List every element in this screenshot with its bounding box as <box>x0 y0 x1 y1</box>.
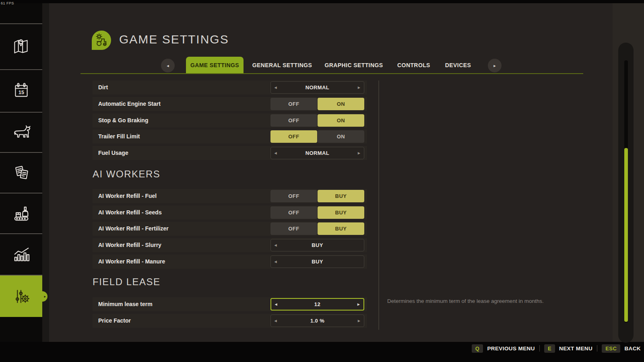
settings-row: Fuel Usage ◂ NORMAL ▸ <box>93 146 367 160</box>
setting-label: Price Factor <box>98 314 131 328</box>
toggle-buy-button[interactable]: BUY <box>318 190 364 202</box>
arrow-left-icon[interactable]: ◂ <box>275 315 277 327</box>
sidebar-item-contracts[interactable] <box>0 152 42 192</box>
setting-tooltip: Determines the minimum term of the lease… <box>387 298 613 304</box>
ai-refill-fertilizer-toggle: OFF BUY <box>270 222 364 235</box>
toggle-buy-button[interactable]: BUY <box>318 206 364 219</box>
arrow-left-icon[interactable]: ◂ <box>275 299 277 310</box>
active-tab-bump <box>37 291 47 302</box>
next-menu-shortcut[interactable]: E NEXT MENU <box>544 344 592 353</box>
key-badge-esc: ESC <box>602 344 620 353</box>
setting-label: Automatic Engine Start <box>98 97 161 111</box>
tab-devices[interactable]: DEVICES <box>432 57 484 74</box>
tab-graphic-settings[interactable]: GRAPHIC SETTINGS <box>320 57 388 74</box>
settings-row: Minimum lease term ◂ 12 ▸ <box>93 297 367 311</box>
arrow-right-icon[interactable]: ▸ <box>358 82 360 93</box>
toggle-off-button[interactable]: OFF <box>270 114 317 127</box>
key-badge-q: Q <box>472 344 483 353</box>
setting-label: AI Worker Refill - Seeds <box>98 206 162 220</box>
settings-row: AI Worker Refill - Slurry ◂ BUY <box>93 238 367 252</box>
settings-icon <box>11 286 32 307</box>
tabs-prev-button[interactable]: ◂ <box>161 59 175 72</box>
toggle-buy-button[interactable]: BUY <box>318 222 364 235</box>
settings-row: Trailer Fill Limit OFF ON <box>93 130 367 144</box>
setting-label: Dirt <box>98 80 108 95</box>
toggle-off-button[interactable]: OFF <box>270 206 317 219</box>
toggle-off-button[interactable]: OFF <box>270 190 317 202</box>
sidebar-item-statistics[interactable] <box>0 233 42 274</box>
dirt-selector[interactable]: ◂ NORMAL ▸ <box>270 81 364 94</box>
shortcut-bar: Q PREVIOUS MENU E NEXT MENU ESC BACK <box>472 342 641 355</box>
sidebar-item-settings[interactable]: ▸ <box>0 275 42 317</box>
setting-label: Minimum lease term <box>98 297 153 311</box>
tractor-gear-icon <box>93 32 109 48</box>
setting-label: Fuel Usage <box>98 146 128 160</box>
setting-label: AI Worker Refill - Manure <box>98 255 165 269</box>
arrow-left-icon: ◂ <box>167 63 169 68</box>
tab-underline <box>80 73 583 74</box>
setting-label: Stop & Go Braking <box>98 113 148 128</box>
toggle-off-button[interactable]: OFF <box>270 98 317 110</box>
shortcut-label: NEXT MENU <box>559 346 592 352</box>
settings-row: Stop & Go Braking OFF ON <box>93 113 367 128</box>
fuel-usage-selector[interactable]: ◂ NORMAL ▸ <box>270 147 364 159</box>
calendar-day-label: 15 <box>19 90 24 95</box>
sidebar-item-calendar[interactable]: 15 <box>0 69 42 111</box>
selector-value: NORMAL <box>305 84 329 90</box>
scrollbar-thumb[interactable] <box>624 148 628 322</box>
arrow-left-icon[interactable]: ◂ <box>275 147 277 159</box>
ai-refill-fuel-toggle: OFF BUY <box>270 190 364 202</box>
shortcut-label: PREVIOUS MENU <box>487 346 535 352</box>
sidebar-item-map[interactable] <box>0 23 42 68</box>
section-title-field-lease: FIELD LEASE <box>93 276 161 288</box>
separator <box>597 345 597 352</box>
arrow-right-icon: ▸ <box>493 63 496 68</box>
arrow-left-icon[interactable]: ◂ <box>275 256 277 267</box>
sidebar-item-animals[interactable] <box>0 112 42 151</box>
setting-label: AI Worker Refill - Fertilizer <box>98 222 169 236</box>
setting-label: Trailer Fill Limit <box>98 130 140 144</box>
arrow-right-icon[interactable]: ▸ <box>357 299 360 310</box>
settings-row: Dirt ◂ NORMAL ▸ <box>93 80 367 95</box>
previous-menu-shortcut[interactable]: Q PREVIOUS MENU <box>472 344 535 353</box>
tabs-next-button[interactable]: ▸ <box>488 59 502 72</box>
selector-value: BUY <box>312 242 323 248</box>
cow-icon <box>11 121 32 142</box>
fps-counter: 61 FPS <box>1 1 14 5</box>
selector-value: NORMAL <box>305 150 329 156</box>
stop-go-braking-toggle: OFF ON <box>270 114 364 127</box>
settings-row: Price Factor ◂ 1.0 % ▸ <box>93 314 367 328</box>
automatic-engine-start-toggle: OFF ON <box>270 98 364 110</box>
sidebar-item-production[interactable] <box>0 193 42 232</box>
contracts-icon <box>11 162 32 183</box>
settings-row: AI Worker Refill - Fertilizer OFF BUY <box>93 222 367 236</box>
calendar-icon: 15 <box>11 80 31 101</box>
production-icon <box>11 203 32 224</box>
arrow-left-icon[interactable]: ◂ <box>275 82 277 93</box>
tooltip-divider <box>378 80 379 330</box>
game-settings-badge <box>92 31 111 50</box>
settings-row: AI Worker Refill - Seeds OFF BUY <box>93 206 367 220</box>
price-factor-selector[interactable]: ◂ 1.0 % ▸ <box>270 315 364 327</box>
active-arrow-icon: ▸ <box>44 294 46 299</box>
settings-row: AI Worker Refill - Fuel OFF BUY <box>93 189 367 203</box>
tab-general-settings[interactable]: GENERAL SETTINGS <box>248 57 316 74</box>
ai-refill-slurry-selector[interactable]: ◂ BUY <box>270 239 364 251</box>
toggle-off-button[interactable]: OFF <box>270 222 317 235</box>
ai-refill-manure-selector[interactable]: ◂ BUY <box>270 255 364 268</box>
arrow-right-icon[interactable]: ▸ <box>358 147 360 159</box>
selector-value: 1.0 % <box>310 318 324 324</box>
toggle-on-button[interactable]: ON <box>318 130 364 143</box>
toggle-off-button[interactable]: OFF <box>270 130 317 143</box>
setting-label: AI Worker Refill - Fuel <box>98 189 157 203</box>
arrow-right-icon[interactable]: ▸ <box>358 315 360 327</box>
tab-game-settings[interactable]: GAME SETTINGS <box>186 57 244 74</box>
toggle-on-button[interactable]: ON <box>318 98 364 110</box>
arrow-left-icon[interactable]: ◂ <box>275 239 277 251</box>
toggle-on-button[interactable]: ON <box>318 114 364 127</box>
selector-value: 12 <box>314 301 320 307</box>
page-title: GAME SETTINGS <box>119 33 229 46</box>
shortcut-label: BACK <box>624 346 641 352</box>
minimum-lease-term-selector[interactable]: ◂ 12 ▸ <box>270 298 364 311</box>
back-shortcut[interactable]: ESC BACK <box>602 344 641 353</box>
